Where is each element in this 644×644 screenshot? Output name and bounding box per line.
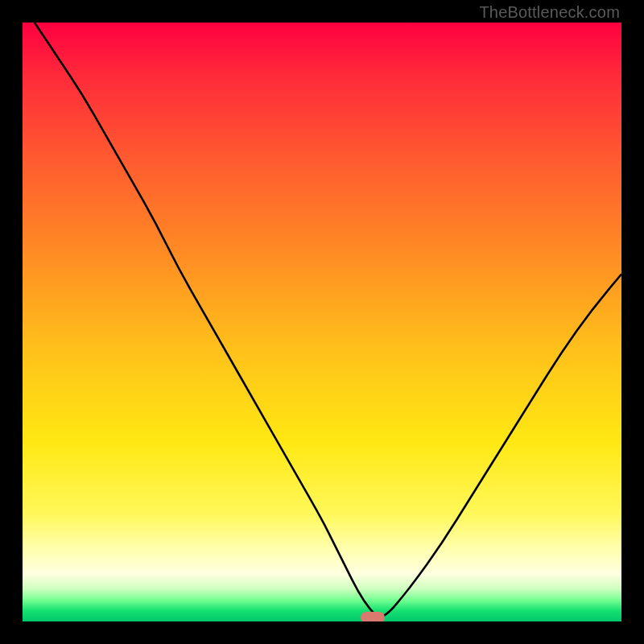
- curve-path: [35, 23, 621, 617]
- watermark-text: TheBottleneck.com: [479, 3, 620, 22]
- chart-frame: TheBottleneck.com: [0, 0, 644, 644]
- plot-area: [23, 23, 621, 621]
- minimum-marker: [361, 612, 385, 621]
- bottleneck-curve: [23, 23, 621, 621]
